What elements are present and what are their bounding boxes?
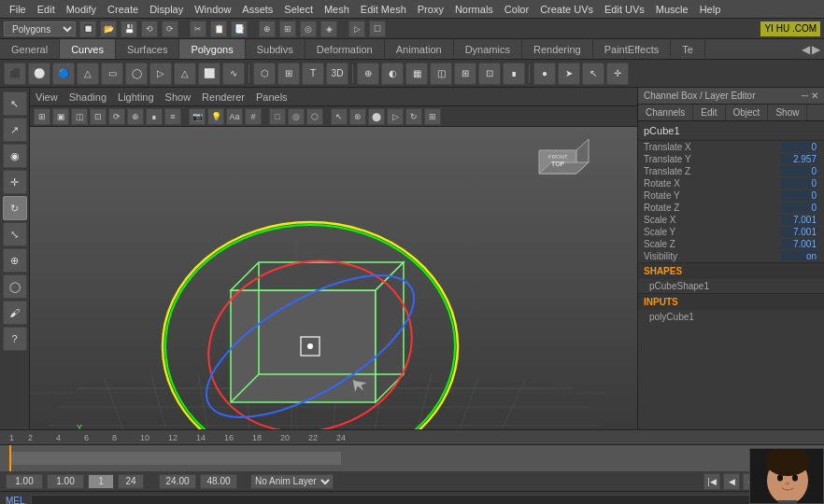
channel-translate-z[interactable]: Translate Z 0 (638, 165, 824, 177)
icon-prism[interactable]: ▷ (149, 63, 172, 85)
icon-text[interactable]: T (302, 63, 324, 85)
toolbar-icon-snap4[interactable]: ◈ (320, 21, 337, 37)
tool-rotate[interactable]: ↻ (3, 196, 27, 220)
icon-generic4[interactable]: ◫ (430, 63, 452, 85)
input-polycube1[interactable]: polyCube1 (638, 310, 824, 324)
pb-frame-current[interactable] (88, 474, 114, 489)
toolbar-icon-4[interactable]: ⟲ (141, 21, 158, 37)
icon-pyramid[interactable]: △ (174, 63, 196, 85)
vp-icon-6[interactable]: ⊕ (127, 108, 144, 125)
toolbar-icon-8[interactable]: 📑 (231, 21, 248, 37)
channel-translate-y[interactable]: Translate Y 2.957 (638, 153, 824, 165)
channel-scale-x[interactable]: Scale X 7.001 (638, 214, 824, 226)
vp-icon-smooth[interactable]: ◎ (288, 108, 305, 125)
vp-icon-light[interactable]: 💡 (207, 108, 224, 125)
vp-icon-extra1[interactable]: ↻ (405, 108, 422, 125)
vp-icon-nav2[interactable]: ⊛ (349, 108, 366, 125)
cb-tab-show[interactable]: Show (768, 105, 807, 120)
icon-arrow[interactable]: ➤ (558, 63, 580, 85)
vp-icon-7[interactable]: ∎ (146, 108, 163, 125)
pb-anim-layer-select[interactable]: No Anim Layer (250, 474, 334, 489)
channel-rotate-y[interactable]: Rotate Y 0 (638, 189, 824, 202)
tool-select[interactable]: ↖ (3, 91, 27, 116)
tool-sphere[interactable]: ◯ (3, 274, 27, 299)
icon-soccer[interactable]: ⬡ (253, 63, 276, 85)
tab-arrow-left[interactable]: ◀ (802, 43, 810, 56)
icon-cube[interactable]: ⬛ (4, 63, 26, 85)
vp-icon-extra2[interactable]: ⊞ (424, 108, 441, 125)
toolbar-icon-3[interactable]: 💾 (121, 21, 137, 37)
tab-subdivs[interactable]: Subdivs (246, 39, 305, 59)
toolbar-icon-render1[interactable]: ▷ (348, 21, 365, 37)
timeline-playhead[interactable] (9, 445, 11, 471)
cb-tab-channels[interactable]: Channels (638, 105, 693, 120)
menu-edit[interactable]: Edit (32, 0, 61, 18)
vp-icon-nav1[interactable]: ↖ (331, 108, 348, 125)
toolbar-icon-1[interactable]: 🔲 (79, 21, 96, 37)
vp-icon-8[interactable]: ≡ (164, 108, 181, 125)
tab-curves[interactable]: Curves (60, 39, 116, 59)
mel-input[interactable] (31, 495, 818, 505)
tab-surfaces[interactable]: Surfaces (116, 39, 179, 59)
vp-icon-nav3[interactable]: ⬤ (368, 108, 385, 125)
tool-move[interactable]: ✛ (3, 170, 27, 194)
menu-edit-uvs[interactable]: Edit UVs (599, 0, 650, 18)
icon-cone[interactable]: △ (77, 63, 99, 85)
channel-rotate-x[interactable]: Rotate X 0 (638, 177, 824, 189)
channel-visibility[interactable]: Visibility on (638, 250, 824, 262)
pb-prev-frame[interactable]: ◀ (723, 473, 740, 490)
menu-create[interactable]: Create (102, 0, 144, 18)
menu-display[interactable]: Display (144, 0, 189, 18)
vp-icon-cam[interactable]: 📷 (189, 108, 206, 125)
tool-scale[interactable]: ⤡ (3, 222, 27, 246)
icon-move[interactable]: ✛ (606, 63, 629, 85)
vp-icon-wire[interactable]: ⬡ (306, 108, 323, 125)
vp-icon-4[interactable]: ⊡ (90, 108, 107, 125)
icon-helix[interactable]: ∿ (222, 63, 245, 85)
vp-icon-aa[interactable]: Aa (226, 108, 243, 125)
vp-icon-2[interactable]: ▣ (52, 108, 69, 125)
icon-generic6[interactable]: ⊡ (478, 63, 501, 85)
menu-muscle[interactable]: Muscle (650, 0, 694, 18)
channel-box-close[interactable]: ✕ (811, 91, 818, 101)
icon-plane[interactable]: ▭ (101, 63, 123, 85)
vp-menu-shading[interactable]: Shading (69, 91, 107, 103)
channel-box-minimize[interactable]: ─ (802, 91, 808, 101)
tool-select2[interactable]: ↗ (3, 118, 27, 142)
toolbar-icon-7[interactable]: 📋 (210, 21, 227, 37)
toolbar-icon-snap2[interactable]: ⊞ (279, 21, 296, 37)
channel-scale-z[interactable]: Scale Z 7.001 (638, 238, 824, 250)
vp-icon-3[interactable]: ◫ (71, 108, 88, 125)
menu-modify[interactable]: Modify (61, 0, 102, 18)
pb-field-current[interactable] (6, 474, 43, 489)
menu-help[interactable]: Help (694, 0, 727, 18)
icon-cylinder[interactable]: 🔵 (52, 63, 75, 85)
tab-animation[interactable]: Animation (385, 39, 454, 59)
tab-rendering[interactable]: Rendering (522, 39, 593, 59)
icon-generic3[interactable]: ▦ (405, 63, 428, 85)
vp-icon-box[interactable]: □ (269, 108, 286, 125)
menu-select[interactable]: Select (278, 0, 319, 18)
menu-mesh[interactable]: Mesh (319, 0, 355, 18)
cb-tab-object[interactable]: Object (726, 105, 769, 120)
vp-menu-lighting[interactable]: Lighting (118, 91, 154, 103)
tab-painteffects[interactable]: PaintEffects (593, 39, 672, 59)
timeline-bar[interactable] (0, 445, 824, 471)
channel-rotate-z[interactable]: Rotate Z 0 (638, 202, 824, 214)
tab-polygons[interactable]: Polygons (179, 39, 245, 59)
icon-torus[interactable]: ◯ (125, 63, 148, 85)
toolbar-icon-snap1[interactable]: ⊕ (259, 21, 276, 37)
tab-deformation[interactable]: Deformation (305, 39, 385, 59)
menu-edit-mesh[interactable]: Edit Mesh (355, 0, 412, 18)
tab-arrow-right[interactable]: ▶ (812, 43, 820, 56)
shape-pcubeshape1[interactable]: pCubeShape1 (638, 279, 824, 293)
vp-menu-view[interactable]: View (36, 91, 58, 103)
channel-scale-y[interactable]: Scale Y 7.001 (638, 226, 824, 238)
icon-sphere[interactable]: ⚪ (28, 63, 50, 85)
pb-field-start[interactable] (47, 474, 84, 489)
tool-lasso[interactable]: ◉ (3, 144, 27, 168)
tool-paint[interactable]: 🖌 (3, 301, 27, 325)
vp-icon-grid[interactable]: # (245, 108, 262, 125)
menu-window[interactable]: Window (189, 0, 236, 18)
menu-assets[interactable]: Assets (236, 0, 278, 18)
